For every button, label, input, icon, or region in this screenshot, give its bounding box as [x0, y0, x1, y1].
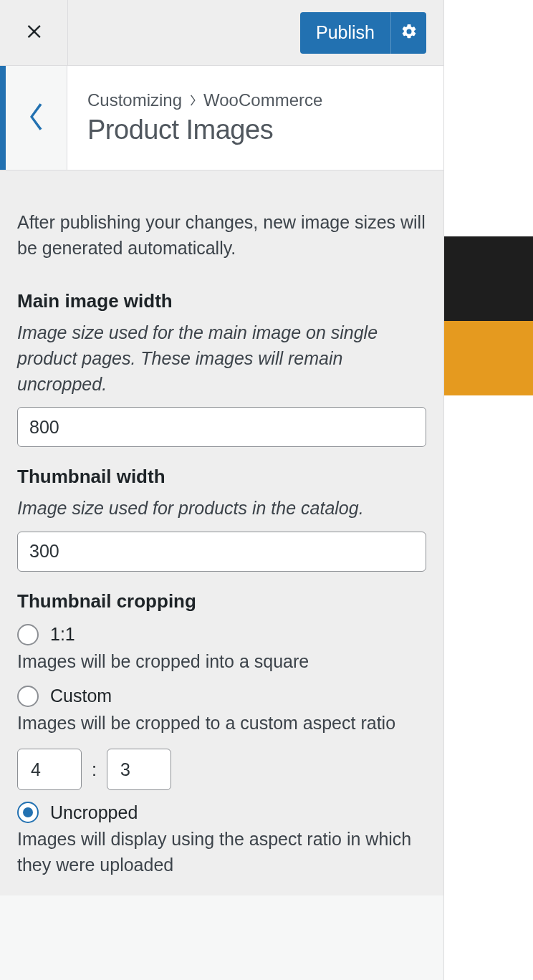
- customizer-panel: Publish Customizing: [0, 0, 444, 980]
- thumbnail-width-input[interactable]: [17, 532, 426, 572]
- cropping-option-1-1[interactable]: 1:1: [17, 624, 426, 645]
- radio-uncropped[interactable]: [17, 802, 39, 823]
- gear-icon: [400, 23, 418, 42]
- main-image-width-input[interactable]: [17, 407, 426, 447]
- preview-top: [444, 0, 533, 236]
- radio-uncropped-desc: Images will display using the aspect rat…: [17, 826, 426, 878]
- cropping-option-uncropped[interactable]: Uncropped: [17, 802, 426, 823]
- publish-label: Publish: [300, 22, 390, 43]
- chevron-right-icon: [189, 90, 196, 110]
- main-image-width-desc: Image size used for the main image on si…: [17, 320, 426, 398]
- preview-rest: [444, 395, 533, 980]
- active-section-indicator: [0, 66, 6, 170]
- close-button[interactable]: [0, 0, 68, 66]
- intro-text: After publishing your changes, new image…: [17, 209, 426, 261]
- radio-1-1[interactable]: [17, 624, 39, 645]
- chevron-left-icon: [29, 102, 44, 134]
- radio-uncropped-label: Uncropped: [50, 802, 138, 823]
- panel-body: After publishing your changes, new image…: [0, 170, 443, 895]
- publish-button[interactable]: Publish: [300, 12, 426, 54]
- radio-1-1-desc: Images will be cropped into a square: [17, 648, 426, 674]
- aspect-ratio-height-input[interactable]: [107, 749, 171, 790]
- site-preview: [444, 0, 533, 980]
- aspect-ratio-width-input[interactable]: [17, 749, 82, 790]
- breadcrumb-root: Customizing: [87, 90, 182, 110]
- top-bar: Publish: [0, 0, 443, 66]
- aspect-ratio-separator: :: [92, 759, 97, 780]
- page-title: Product Images: [87, 115, 423, 145]
- preview-orange-band: [444, 321, 533, 395]
- publish-settings-toggle[interactable]: [390, 12, 426, 54]
- thumbnail-width-desc: Image size used for products in the cata…: [17, 495, 426, 521]
- thumbnail-width-label: Thumbnail width: [17, 466, 426, 488]
- preview-dark-band: [444, 236, 533, 321]
- aspect-ratio-row: :: [17, 749, 426, 790]
- radio-custom-label: Custom: [50, 686, 112, 706]
- close-icon: [24, 21, 44, 44]
- back-button[interactable]: [6, 66, 67, 170]
- breadcrumb-parent: WooCommerce: [203, 90, 322, 110]
- section-header: Customizing WooCommerce Product Images: [0, 66, 443, 170]
- cropping-option-custom[interactable]: Custom: [17, 686, 426, 707]
- radio-1-1-label: 1:1: [50, 624, 75, 645]
- main-image-width-label: Main image width: [17, 290, 426, 312]
- breadcrumb: Customizing WooCommerce: [87, 90, 423, 110]
- thumbnail-cropping-label: Thumbnail cropping: [17, 590, 426, 612]
- radio-custom-desc: Images will be cropped to a custom aspec…: [17, 710, 426, 736]
- radio-custom[interactable]: [17, 686, 39, 707]
